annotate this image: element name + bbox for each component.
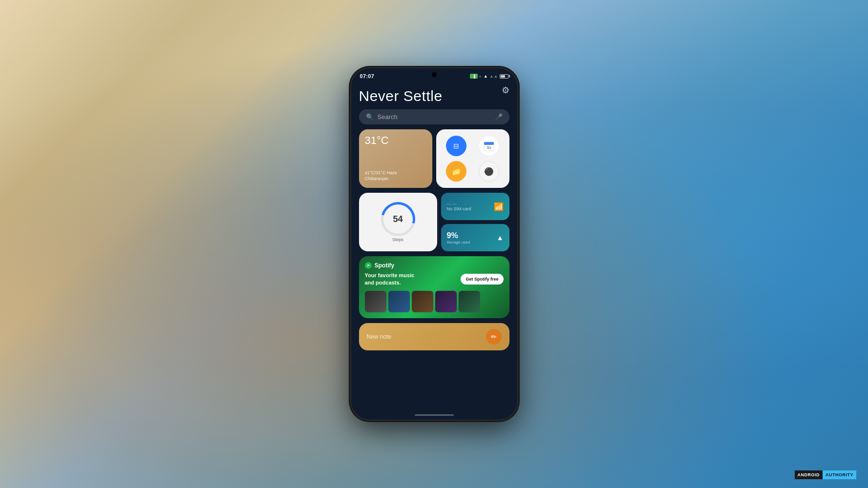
storage-label: Storage used — [447, 240, 470, 244]
files-symbol: 📁 — [451, 167, 461, 176]
camera-symbol: ⚫ — [484, 167, 494, 176]
battery-icon — [500, 74, 508, 79]
spotify-cta-button[interactable]: Get Spotify free — [461, 274, 503, 285]
album-2[interactable] — [388, 291, 410, 312]
signal-bars-icon: 📶 — [494, 202, 504, 211]
weather-haze: 41°C/31°C Haze — [365, 170, 426, 176]
battery-fill — [501, 75, 506, 78]
camera-icon[interactable]: ⚫ — [479, 161, 499, 182]
files-icon[interactable]: 📁 — [446, 161, 466, 182]
notes-edit-button[interactable]: ✏ — [486, 329, 502, 345]
watermark-android: ANDROID — [795, 470, 823, 479]
calc-symbol: ⊟ — [453, 142, 459, 150]
weather-temperature: 31°C — [365, 134, 389, 147]
album-4[interactable] — [435, 291, 457, 312]
sim-dash: — — — [447, 202, 471, 206]
weather-widget[interactable]: 31°C 41°C/31°C Haze Chittaranjan — [359, 129, 432, 188]
storage-info: 9% Storage used — [447, 231, 470, 244]
svg-text:31: 31 — [487, 145, 491, 150]
network-icon: ▪ — [479, 74, 481, 79]
calendar-svg: 31 — [483, 140, 495, 152]
steps-label: Steps — [392, 237, 403, 242]
mic-icon[interactable]: 🎤 — [495, 113, 503, 121]
calculator-icon[interactable]: ⊟ — [446, 136, 466, 156]
widget-row-2: 54 Steps — — No SIM card 📶 — [359, 193, 509, 251]
spotify-albums — [365, 291, 504, 312]
notes-placeholder: New note — [367, 333, 392, 340]
spotify-name: Spotify — [375, 262, 395, 269]
watermark-authority: AUTHORITY — [823, 470, 856, 479]
search-placeholder: Search — [378, 113, 491, 121]
settings-icon[interactable]: ⚙ — [502, 85, 509, 96]
spotify-svg — [366, 263, 371, 268]
signal-indicator: ▐ — [470, 74, 478, 79]
widget-row-1: 31°C 41°C/31°C Haze Chittaranjan ⊟ — [359, 129, 509, 188]
sim-widget[interactable]: — — No SIM card 📶 — [441, 193, 509, 220]
storage-percent: 9% — [447, 231, 470, 240]
svg-rect-1 — [484, 142, 494, 145]
phone-device: 07:07 ▐ ▪ ▲ ▲▲ ⚙ — [351, 68, 517, 420]
edit-icon: ✏ — [491, 333, 497, 341]
phone-screen: 07:07 ▐ ▪ ▲ ▲▲ ⚙ — [351, 68, 517, 420]
steps-widget[interactable]: 54 Steps — [359, 193, 437, 251]
weather-city: Chittaranjan — [365, 176, 426, 182]
phone-frame: 07:07 ▐ ▪ ▲ ▲▲ ⚙ — [351, 68, 517, 420]
storage-widget[interactable]: 9% Storage used ▲ — [441, 224, 509, 251]
spotify-header: Spotify — [365, 262, 504, 269]
album-1[interactable] — [365, 291, 386, 312]
calendar-icon[interactable]: 31 — [479, 136, 499, 156]
spotify-logo — [365, 262, 372, 269]
camera-punch-hole — [432, 72, 437, 77]
search-bar[interactable]: 🔍 Search 🎤 — [359, 109, 509, 124]
sim-label: No SIM card — [447, 206, 471, 211]
album-3[interactable] — [412, 291, 433, 312]
album-5[interactable] — [459, 291, 480, 312]
search-icon: 🔍 — [366, 113, 374, 121]
sim-text-container: — — No SIM card — [447, 202, 471, 211]
signal-icon: ▐ — [473, 75, 475, 78]
signal-dots: ▲▲ — [489, 74, 498, 79]
right-widgets-column: — — No SIM card 📶 9% Storage used ▲ — [441, 193, 509, 251]
apps-widget: ⊟ 31 📁 — [436, 129, 509, 188]
status-icons-right: ▐ ▪ ▲ ▲▲ — [470, 74, 508, 79]
wifi-icon: ▲ — [484, 74, 488, 79]
home-indicator-bar — [415, 414, 454, 416]
steps-ring: 54 — [381, 202, 415, 236]
watermark: ANDROID AUTHORITY — [795, 470, 857, 479]
status-time: 07:07 — [360, 73, 375, 79]
storage-triangle-icon: ▲ — [497, 234, 504, 242]
spotify-body: Your favorite music and podcasts. Get Sp… — [365, 272, 504, 287]
spotify-tagline: Your favorite music and podcasts. — [365, 272, 423, 287]
spotify-widget[interactable]: Spotify Your favorite music and podcasts… — [359, 256, 509, 318]
home-title: Never Settle — [359, 86, 509, 104]
home-indicator[interactable] — [351, 410, 517, 420]
weather-detail: 41°C/31°C Haze Chittaranjan — [365, 170, 426, 182]
screen-content: ⚙ Never Settle 🔍 Search 🎤 31°C 41 — [351, 82, 517, 410]
steps-count: 54 — [393, 214, 402, 224]
notes-widget[interactable]: New note ✏ — [359, 323, 509, 350]
